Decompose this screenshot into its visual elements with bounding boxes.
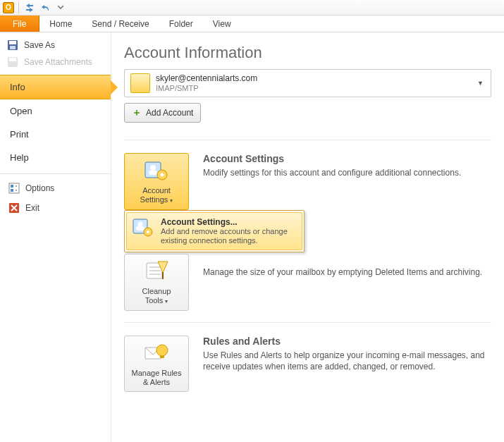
options-icon bbox=[8, 183, 20, 194]
tab-folder[interactable]: Folder bbox=[159, 16, 203, 32]
rules-alerts-icon bbox=[144, 342, 169, 364]
section-rules: Manage Rules & Alerts Rules and Alerts U… bbox=[124, 336, 491, 392]
svg-point-9 bbox=[16, 190, 17, 191]
svg-point-15 bbox=[161, 173, 164, 177]
account-protocol: IMAP/SMTP bbox=[156, 83, 257, 93]
rules-heading: Rules and Alerts bbox=[203, 336, 491, 347]
account-email: skyler@centennialarts.com bbox=[156, 73, 257, 83]
nav-save-attachments: Save Attachments bbox=[0, 54, 111, 70]
section-account-settings: Account Settings ▾ Account Settings... bbox=[124, 153, 491, 210]
chevron-down-icon: ▾ bbox=[165, 298, 168, 305]
svg-rect-7 bbox=[11, 189, 13, 192]
save-icon bbox=[7, 39, 18, 51]
chevron-down-icon: ▼ bbox=[477, 80, 484, 87]
title-bar: O bbox=[0, 0, 504, 16]
tab-view[interactable]: View bbox=[203, 16, 241, 32]
manage-rules-button-line1: Manage Rules bbox=[128, 369, 185, 378]
svg-point-24 bbox=[156, 345, 168, 356]
nav-item-open[interactable]: Open bbox=[0, 99, 111, 123]
svg-point-8 bbox=[16, 185, 17, 187]
svg-point-20 bbox=[147, 231, 149, 233]
nav-exit-label: Exit bbox=[25, 203, 39, 213]
exit-icon bbox=[8, 202, 20, 214]
svg-rect-18 bbox=[136, 226, 145, 231]
qat-undo-button[interactable] bbox=[39, 1, 51, 14]
chevron-down-icon bbox=[58, 5, 63, 11]
account-settings-menu-icon bbox=[133, 217, 154, 238]
section-divider bbox=[124, 140, 491, 140]
ribbon-tabs: File Home Send / Receive Folder View bbox=[0, 16, 504, 32]
page-title: Account Information bbox=[124, 44, 491, 62]
account-settings-heading: Account Settings bbox=[203, 153, 491, 164]
account-settings-icon bbox=[144, 159, 169, 182]
nav-item-help[interactable]: Help bbox=[0, 146, 111, 169]
nav-options[interactable]: Options bbox=[0, 178, 111, 198]
backstage: Save As Save Attachments Info Open Print… bbox=[0, 32, 504, 442]
cleanup-tools-button-line1: Cleanup bbox=[128, 287, 185, 296]
account-selector[interactable]: skyler@centennialarts.com IMAP/SMTP ▼ bbox=[124, 69, 491, 97]
rules-body: Use Rules and Alerts to help organize yo… bbox=[203, 350, 491, 372]
cleanup-tools-icon bbox=[144, 260, 169, 283]
nav-divider bbox=[0, 173, 111, 174]
outlook-app-icon: O bbox=[3, 2, 14, 13]
account-folder-icon bbox=[130, 73, 150, 93]
undo-icon bbox=[40, 3, 50, 13]
account-settings-menu-title: Account Settings... bbox=[161, 217, 296, 227]
manage-rules-button-line2: & Alerts bbox=[128, 378, 185, 387]
nav-item-info[interactable]: Info bbox=[0, 75, 111, 99]
qat-separator bbox=[18, 2, 19, 13]
cleanup-body: Manage the size of your mailbox by empty… bbox=[203, 266, 491, 278]
content-pane: Account Information skyler@centennialart… bbox=[111, 32, 504, 442]
svg-rect-4 bbox=[9, 58, 16, 61]
qat-customize-button[interactable] bbox=[54, 1, 67, 14]
cleanup-tools-button[interactable]: Cleanup Tools ▾ bbox=[124, 254, 189, 311]
add-account-label: Add Account bbox=[146, 108, 193, 118]
svg-rect-22 bbox=[162, 272, 164, 279]
nav-save-attachments-label: Save Attachments bbox=[24, 57, 92, 67]
nav-save-as[interactable]: Save As bbox=[0, 37, 111, 54]
tab-file[interactable]: File bbox=[0, 16, 39, 32]
svg-rect-1 bbox=[9, 41, 16, 44]
account-settings-button-line2: Settings bbox=[140, 195, 168, 204]
nav-options-label: Options bbox=[25, 183, 54, 193]
svg-rect-2 bbox=[10, 46, 16, 49]
nav-item-print[interactable]: Print bbox=[0, 123, 111, 146]
tab-send-receive[interactable]: Send / Receive bbox=[82, 16, 159, 32]
chevron-down-icon: ▾ bbox=[170, 197, 173, 204]
account-settings-menu-desc: Add and remove accounts or change existi… bbox=[161, 227, 296, 245]
account-settings-button-line1: Account bbox=[128, 186, 185, 195]
svg-point-12 bbox=[150, 165, 156, 171]
nav-exit[interactable]: Exit bbox=[0, 198, 111, 218]
account-settings-menu: Account Settings... Add and remove accou… bbox=[124, 210, 305, 252]
account-settings-menu-item[interactable]: Account Settings... Add and remove accou… bbox=[126, 212, 302, 250]
svg-rect-6 bbox=[11, 185, 13, 188]
send-receive-icon bbox=[25, 3, 35, 13]
manage-rules-button[interactable]: Manage Rules & Alerts bbox=[124, 336, 189, 392]
attachment-icon bbox=[7, 56, 18, 68]
backstage-nav: Save As Save Attachments Info Open Print… bbox=[0, 32, 111, 442]
section-cleanup: Cleanup Tools ▾ Manage the size of your … bbox=[124, 254, 491, 311]
account-settings-body: Modify settings for this account and con… bbox=[203, 167, 491, 178]
add-account-button[interactable]: ＋ Add Account bbox=[124, 103, 201, 123]
nav-save-as-label: Save As bbox=[24, 40, 55, 50]
qat-send-receive-button[interactable] bbox=[23, 1, 36, 14]
cleanup-tools-button-line2: Tools bbox=[145, 296, 164, 305]
tab-home[interactable]: Home bbox=[39, 16, 82, 32]
section-divider bbox=[124, 322, 491, 323]
account-settings-button[interactable]: Account Settings ▾ bbox=[124, 153, 189, 210]
svg-point-17 bbox=[138, 222, 143, 227]
svg-rect-25 bbox=[160, 356, 164, 358]
plus-icon: ＋ bbox=[132, 106, 142, 119]
account-selector-text: skyler@centennialarts.com IMAP/SMTP bbox=[156, 73, 257, 93]
svg-rect-13 bbox=[149, 171, 157, 175]
